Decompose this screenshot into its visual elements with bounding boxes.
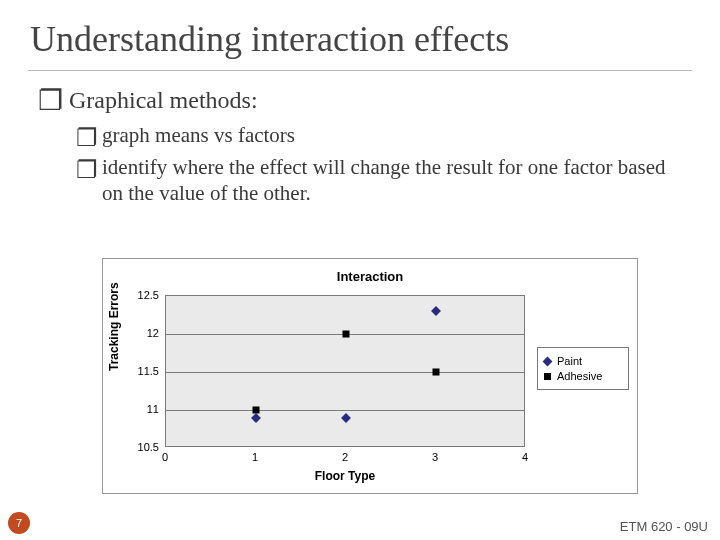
diamond-icon (341, 413, 351, 423)
title-region: Understanding interaction effects (0, 0, 720, 66)
chart-xtick: 0 (162, 451, 168, 463)
chart-ytick: 11 (119, 403, 159, 415)
square-icon (544, 373, 551, 380)
bullet-icon: ❐ (38, 87, 63, 115)
chart-xtick: 3 (432, 451, 438, 463)
chart-gridline (166, 372, 524, 373)
chart-gridline (166, 410, 524, 411)
bullet-l2-text: identify where the effect will change th… (102, 154, 690, 207)
chart-plot-area (165, 295, 525, 447)
bullet-level1: ❐ Graphical methods: (38, 85, 690, 114)
square-icon (253, 407, 260, 414)
bullet-l2-text: graph means vs factors (102, 122, 295, 148)
legend-label: Adhesive (557, 370, 602, 382)
bullet-level2: ❐ identify where the effect will change … (76, 154, 690, 207)
square-icon (343, 331, 350, 338)
chart-ytick: 10.5 (119, 441, 159, 453)
legend-item-adhesive: Adhesive (544, 370, 622, 382)
diamond-icon (543, 356, 553, 366)
chart-ytick: 11.5 (119, 365, 159, 377)
chart-title: Interaction (103, 269, 637, 284)
bullet-level2: ❐ graph means vs factors (76, 122, 690, 152)
bullet-icon: ❐ (76, 155, 98, 185)
interaction-chart: Interaction Tracking Errors Floor Type P… (102, 258, 638, 494)
chart-xlabel: Floor Type (134, 469, 556, 483)
diamond-icon (251, 413, 261, 423)
legend-label: Paint (557, 355, 582, 367)
chart-legend: Paint Adhesive (537, 347, 629, 390)
chart-ytick: 12 (119, 327, 159, 339)
sub-bullets: ❐ graph means vs factors ❐ identify wher… (38, 122, 690, 207)
page-number: 7 (16, 517, 22, 529)
legend-item-paint: Paint (544, 355, 622, 367)
diamond-icon (431, 306, 441, 316)
chart-ytick: 12.5 (119, 289, 159, 301)
footer-label: ETM 620 - 09U (620, 519, 708, 534)
square-icon (433, 369, 440, 376)
body-region: ❐ Graphical methods: ❐ graph means vs fa… (0, 71, 720, 207)
chart-xtick: 2 (342, 451, 348, 463)
slide-title: Understanding interaction effects (30, 18, 690, 60)
chart-xtick: 4 (522, 451, 528, 463)
page-number-badge: 7 (8, 512, 30, 534)
chart-xtick: 1 (252, 451, 258, 463)
bullet-l1-text: Graphical methods: (69, 87, 258, 114)
bullet-icon: ❐ (76, 123, 98, 153)
